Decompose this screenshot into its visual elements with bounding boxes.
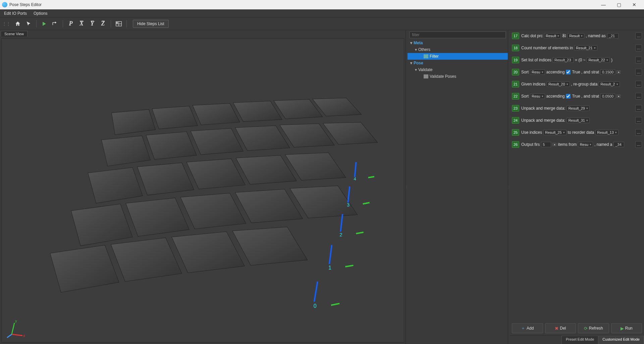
spinner-up[interactable]: ▲: [552, 143, 556, 146]
ascending-checkbox[interactable]: [566, 70, 571, 74]
step-row[interactable]: 21 Given indices Result_20 , re-group da…: [512, 80, 642, 89]
step-options-button[interactable]: …: [635, 93, 642, 100]
play-button[interactable]: [40, 19, 49, 28]
step-row[interactable]: 18 Count number of elements in Result_21…: [512, 44, 642, 52]
svg-marker-18: [285, 153, 346, 180]
customized-edit-mode-tab[interactable]: Customized Edit Mode: [598, 336, 644, 344]
cursor-icon: [26, 21, 31, 26]
view-x-button[interactable]: X: [77, 19, 86, 28]
svg-marker-9: [146, 132, 197, 160]
result-select[interactable]: Result_21: [574, 45, 597, 51]
minimize-button[interactable]: —: [596, 0, 611, 9]
step-row[interactable]: 24 Unpack and merge data: Result_31 …: [512, 116, 642, 125]
step-row[interactable]: 22 Sort Resu accending True , and strat …: [512, 92, 642, 101]
maximize-button[interactable]: ▢: [611, 0, 627, 9]
axis-gizmo[interactable]: x y: [6, 318, 26, 338]
result-select[interactable]: Resu: [578, 142, 593, 147]
result-select[interactable]: Result_31: [567, 118, 590, 123]
chevron-down-icon: ▾: [409, 41, 414, 45]
result-select[interactable]: Result: [568, 33, 584, 39]
svg-line-41: [368, 177, 374, 178]
name-input[interactable]: [613, 142, 624, 147]
tree-group-others[interactable]: ▾Others: [408, 46, 508, 53]
toolbar: ⋮⋮ P X Y Z Hide Steps List: [0, 17, 644, 30]
run-button[interactable]: ▶Run: [611, 323, 642, 333]
svg-text:4: 4: [354, 176, 356, 181]
ascending-checkbox[interactable]: [566, 94, 571, 99]
step-options-button[interactable]: …: [635, 117, 642, 124]
close-button[interactable]: ✕: [627, 0, 642, 9]
step-options-button[interactable]: …: [635, 69, 642, 75]
scene-view-tab[interactable]: Scene View: [1, 31, 28, 37]
result-select[interactable]: Result_29: [567, 106, 590, 111]
svg-line-32: [345, 265, 353, 267]
step-options-button[interactable]: …: [635, 129, 642, 136]
delete-step-button[interactable]: ✖Del: [545, 323, 576, 333]
menu-options[interactable]: Options: [30, 10, 51, 17]
chevron-down-icon: ▾: [414, 67, 418, 72]
step-icon: [424, 74, 428, 78]
svg-marker-23: [290, 186, 357, 218]
tree-item-validate-poses[interactable]: Validate Poses: [408, 73, 508, 80]
result-select[interactable]: Resu: [530, 69, 545, 75]
grid-toggle-button[interactable]: [114, 19, 123, 28]
main-area: Scene View: [0, 30, 644, 344]
step-row[interactable]: 25 Use indices Result_25 to reorder data…: [512, 128, 642, 137]
chevron-down-icon: ▾: [414, 47, 418, 52]
steps-panel: 17 Calc dot prc Result 和 Result , named …: [510, 30, 644, 344]
step-options-button[interactable]: …: [635, 57, 642, 63]
steps-list[interactable]: 17 Calc dot prc Result 和 Result , named …: [510, 30, 644, 321]
spinner-up[interactable]: ▲: [616, 70, 621, 74]
count-input[interactable]: [541, 142, 551, 147]
tree-category-meta[interactable]: ▾Meta: [408, 40, 508, 46]
perspective-button[interactable]: P: [66, 19, 75, 28]
step-options-button[interactable]: …: [635, 33, 642, 39]
step-button[interactable]: [51, 19, 59, 28]
step-row[interactable]: 20 Sort Resu accending True , and strat …: [512, 68, 642, 76]
result-select[interactable]: Result_25: [543, 130, 567, 135]
spinner-up[interactable]: ▲: [616, 95, 621, 98]
svg-text:2: 2: [339, 232, 342, 237]
step-options-button[interactable]: …: [635, 105, 642, 112]
name-input[interactable]: [607, 33, 619, 39]
3d-viewport[interactable]: 0 1 2 3 4 x y: [1, 38, 404, 343]
result-select[interactable]: Result_20: [547, 81, 570, 87]
tree-group-validate[interactable]: ▾Validate: [408, 66, 508, 73]
step-row[interactable]: 19 Set list of indices = (0 ~ Result_22 …: [512, 56, 642, 64]
result-select[interactable]: Result_22: [587, 57, 610, 63]
svg-line-37: [348, 186, 350, 203]
step-row[interactable]: 17 Calc dot prc Result 和 Result , named …: [512, 32, 642, 40]
toolbar-separator: [63, 20, 63, 27]
svg-line-28: [314, 282, 318, 302]
strat-input[interactable]: [600, 94, 615, 99]
step-library-tree[interactable]: ▾Meta ▾Others Filter ▾Pose ▾Validate Val…: [408, 39, 508, 344]
cursor-tool-button[interactable]: [24, 19, 33, 28]
home-button[interactable]: [13, 19, 22, 28]
indices-input[interactable]: [553, 57, 574, 63]
strat-input[interactable]: [600, 69, 615, 75]
step-options-button[interactable]: …: [635, 141, 642, 148]
step-number-badge: 17: [512, 33, 519, 39]
step-row[interactable]: 26 Output firs ▲ items from Resu , named…: [512, 140, 642, 149]
tree-category-pose[interactable]: ▾Pose: [408, 60, 508, 66]
svg-text:0: 0: [314, 303, 317, 309]
step-options-button[interactable]: …: [635, 81, 642, 88]
step-row[interactable]: 23 Unpack and merge data: Result_29 …: [512, 104, 642, 113]
step-number-badge: 26: [512, 141, 519, 148]
menu-edit-io-ports[interactable]: Edit IO Ports: [1, 10, 30, 17]
step-options-button[interactable]: …: [635, 45, 642, 51]
step-number-badge: 20: [512, 69, 519, 75]
result-select[interactable]: Result_2: [599, 81, 620, 87]
tree-item-filter[interactable]: Filter: [408, 53, 508, 60]
hide-steps-list-button[interactable]: Hide Steps List: [133, 20, 169, 28]
view-y-button[interactable]: Y: [88, 19, 97, 28]
svg-text:x: x: [23, 334, 25, 338]
view-z-button[interactable]: Z: [99, 19, 107, 28]
result-select[interactable]: Result: [544, 33, 561, 39]
result-select[interactable]: Resu: [530, 94, 545, 99]
preset-edit-mode-tab[interactable]: Preset Edit Mode: [561, 336, 598, 344]
add-step-button[interactable]: ＋Add: [512, 323, 543, 333]
result-select[interactable]: Result_13: [595, 130, 619, 135]
tree-filter-input[interactable]: [410, 32, 506, 38]
refresh-button[interactable]: ⟳Refresh: [578, 323, 609, 333]
